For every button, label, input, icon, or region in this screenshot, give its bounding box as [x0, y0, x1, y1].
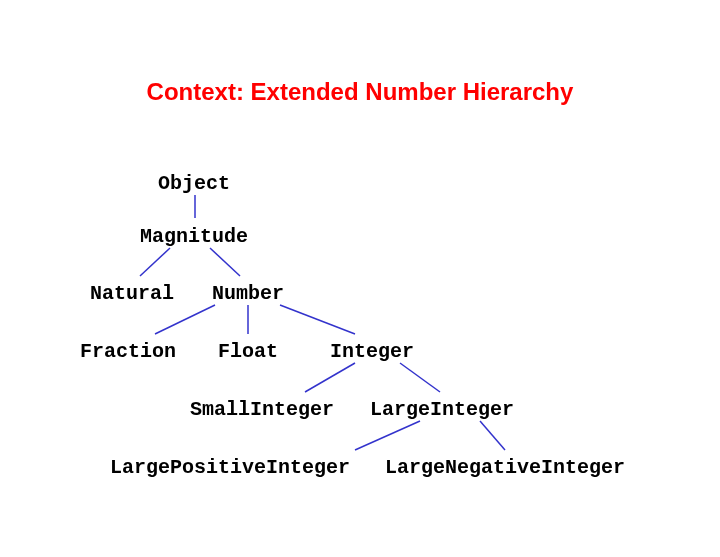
node-number: Number [212, 282, 284, 305]
svg-line-6 [305, 363, 355, 392]
slide: Context: Extended Number Hierarchy Objec… [0, 0, 720, 557]
node-largepositiveinteger: LargePositiveInteger [110, 456, 350, 479]
svg-line-5 [280, 305, 355, 334]
node-integer: Integer [330, 340, 414, 363]
node-magnitude: Magnitude [140, 225, 248, 248]
svg-line-2 [210, 248, 240, 276]
node-smallinteger: SmallInteger [190, 398, 334, 421]
svg-line-9 [480, 421, 505, 450]
svg-line-1 [140, 248, 170, 276]
node-natural: Natural [90, 282, 174, 305]
node-fraction: Fraction [80, 340, 176, 363]
node-largenegativeinteger: LargeNegativeInteger [385, 456, 625, 479]
node-object: Object [158, 172, 230, 195]
svg-line-3 [155, 305, 215, 334]
slide-title: Context: Extended Number Hierarchy [0, 78, 720, 106]
svg-line-8 [355, 421, 420, 450]
node-float: Float [218, 340, 278, 363]
svg-line-7 [400, 363, 440, 392]
node-largeinteger: LargeInteger [370, 398, 514, 421]
